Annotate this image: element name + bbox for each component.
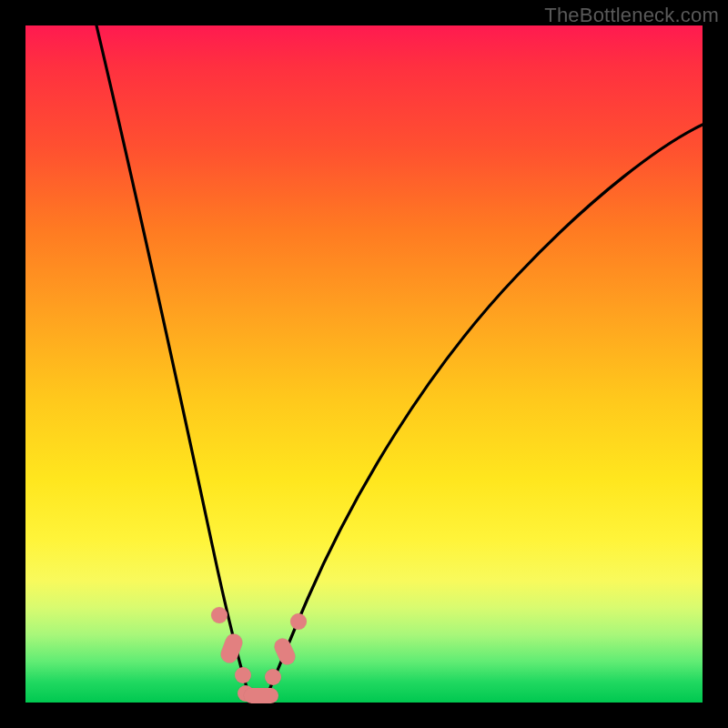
right-curve	[264, 125, 703, 703]
left-lower-dot	[235, 667, 251, 683]
plot-area	[25, 25, 703, 703]
bottom-bar	[244, 688, 278, 703]
right-upper-dot	[290, 613, 307, 630]
right-lower-dot	[265, 669, 281, 685]
watermark-text: TheBottleneck.com	[544, 4, 719, 27]
left-curve	[96, 25, 251, 703]
left-upper-dot	[211, 607, 228, 623]
curve-layer	[25, 25, 703, 703]
